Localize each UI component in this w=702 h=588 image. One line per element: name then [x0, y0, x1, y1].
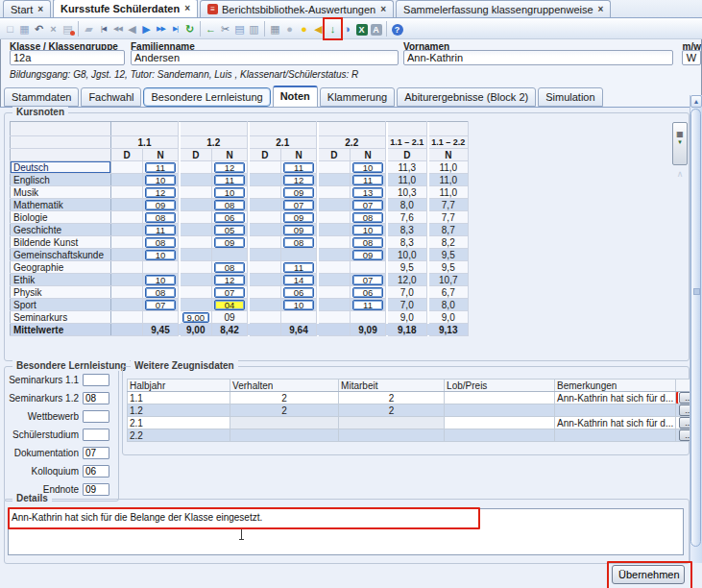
close-icon[interactable]: × [380, 5, 386, 14]
last-record-icon[interactable]: ▶| [168, 20, 182, 37]
bemerkungen-cell[interactable] [555, 404, 676, 417]
grade-cell[interactable]: 11 [351, 174, 386, 186]
doc-tab-sammelerfassung-klassengruppenweise[interactable]: Sammelerfassung klassengruppenweise× [396, 0, 611, 17]
column-chooser-button[interactable]: ▦ ▾ [672, 122, 688, 165]
fast-backward-icon[interactable]: ◀◀ [110, 20, 125, 37]
mitarbeit-cell[interactable] [339, 417, 445, 429]
grade-cell[interactable]: 08 [143, 211, 179, 224]
bemerkungen-cell[interactable] [555, 429, 676, 442]
database-icon[interactable]: ◑ [340, 20, 354, 37]
subject-cell[interactable]: Gemeinschaftskunde [11, 249, 111, 261]
tab-abiturergebnisse-block-2-[interactable]: Abiturergebnisse (Block 2) [397, 87, 536, 107]
grade-cell[interactable]: 11 [143, 161, 179, 174]
lob-preis-cell[interactable] [445, 417, 555, 429]
refresh-icon[interactable]: ↻ [182, 20, 197, 37]
print-preview-icon[interactable]: A [369, 20, 383, 37]
grade-cell[interactable]: 09 [143, 199, 179, 211]
grade-cell[interactable]: 09 [351, 249, 386, 261]
tab-stammdaten[interactable]: Stammdaten [4, 87, 79, 107]
grade-cell[interactable]: 09 [281, 224, 317, 236]
lightbulb-icon[interactable]: ● [297, 20, 311, 37]
mitarbeit-cell[interactable]: 2 [339, 404, 445, 417]
subject-cell[interactable]: Mathematik [11, 199, 111, 211]
close-icon[interactable]: × [37, 5, 43, 14]
next-record-icon[interactable]: ▶ [139, 20, 154, 37]
bemerkungen-cell[interactable]: Ann-Kathrin hat sich für d... [555, 417, 676, 429]
class-group-field[interactable] [10, 50, 125, 65]
doc-tab-start[interactable]: Start× [3, 0, 51, 17]
announce-icon[interactable]: ◀ [311, 20, 326, 37]
grade-cell[interactable]: 11 [351, 299, 386, 311]
grade-cell[interactable]: 07 [281, 199, 317, 211]
subject-cell[interactable]: Geschichte [11, 224, 111, 236]
grade-cell[interactable]: 07 [212, 286, 248, 299]
lob-preis-cell[interactable] [445, 392, 555, 404]
subject-cell[interactable]: Mittelwerte [11, 324, 111, 336]
copy-icon[interactable]: ▤ [232, 20, 247, 37]
grade-cell[interactable]: 06 [281, 286, 317, 299]
grade-cell[interactable]: 08 [351, 211, 386, 224]
bll-field-input[interactable] [83, 392, 109, 404]
grade-cell[interactable]: 09 [281, 211, 317, 224]
grade-cell[interactable]: 12 [281, 174, 317, 186]
mitarbeit-cell[interactable] [339, 429, 445, 442]
grade-cell[interactable]: 9,00 [181, 311, 212, 324]
grade-cell[interactable]: 08 [351, 236, 386, 249]
close-icon[interactable]: × [598, 5, 604, 14]
subject-cell[interactable]: Physik [11, 286, 111, 299]
doc-tab-berichtsbibliothek-auswertungen[interactable]: ≡Berichtsbibliothek-Auswertungen× [200, 0, 394, 17]
first-record-icon[interactable]: |◀ [96, 20, 110, 37]
subject-cell[interactable]: Musik [11, 186, 111, 199]
gender-field[interactable] [682, 50, 701, 65]
verhalten-cell[interactable]: 2 [230, 404, 339, 417]
tab-noten[interactable]: Noten [273, 86, 318, 108]
grade-cell[interactable]: 09 [281, 186, 317, 199]
grade-cell[interactable]: 06 [212, 211, 248, 224]
grade-cell[interactable]: 08 [212, 199, 248, 211]
grade-cell[interactable]: 13 [351, 186, 386, 199]
grade-cell[interactable]: 10 [351, 161, 386, 174]
verhalten-cell[interactable] [230, 417, 339, 429]
cut-icon[interactable]: ✂ [218, 20, 232, 37]
bll-field-input[interactable] [83, 465, 109, 478]
lob-preis-cell[interactable] [445, 429, 555, 442]
back-arrow-icon[interactable]: ← [204, 20, 218, 37]
details-textarea[interactable]: Ann-Kathrin hat sich für die Belange der… [8, 508, 684, 555]
grade-cell[interactable]: 04 [212, 299, 248, 311]
grade-cell[interactable]: 07 [351, 199, 386, 211]
verhalten-cell[interactable] [230, 429, 339, 442]
grade-cell[interactable]: 10 [143, 249, 179, 261]
grade-cell[interactable]: 09 [212, 236, 248, 249]
scrollbar-thumb[interactable] [690, 109, 701, 547]
grade-cell[interactable]: 08 [281, 236, 317, 249]
subject-cell[interactable]: Englisch [11, 174, 111, 186]
grade-cell[interactable]: 14 [281, 274, 317, 286]
tab-klammerung[interactable]: Klammerung [320, 87, 395, 107]
grade-cell[interactable]: 11 [281, 261, 317, 274]
save-icon[interactable]: ▦ [17, 20, 32, 37]
subject-cell[interactable]: Sport [11, 299, 111, 311]
tab-fachwahl[interactable]: Fachwahl [81, 87, 141, 107]
tab-simulation[interactable]: Simulation [538, 87, 602, 107]
tab-besondere-lernleistung[interactable]: Besondere Lernleistung [143, 87, 270, 107]
subject-cell[interactable]: Ethik [11, 274, 111, 286]
collect-grades-icon[interactable]: ↓ [326, 20, 340, 37]
grade-cell[interactable]: 12 [212, 161, 248, 174]
grade-cell[interactable]: 07 [143, 299, 179, 311]
record-icon[interactable]: ● [282, 20, 297, 37]
delete-record-icon[interactable]: × [46, 20, 61, 37]
edit-form-icon[interactable]: ▤ [61, 20, 75, 37]
bll-field-input[interactable] [83, 429, 109, 441]
subject-cell[interactable]: Geographie [11, 261, 111, 274]
previous-record-icon[interactable]: ◀ [125, 20, 139, 37]
subject-cell[interactable]: Bildende Kunst [11, 236, 111, 249]
grade-cell[interactable]: 05 [212, 224, 248, 236]
scrollbar-up-arrow[interactable]: ▲ [690, 95, 702, 108]
bemerkungen-cell[interactable]: Ann-Kathrin hat sich für d... [555, 392, 676, 404]
grade-cell[interactable]: 12 [143, 186, 179, 199]
grade-cell[interactable]: 12 [212, 274, 248, 286]
undo-icon[interactable]: ↶ [32, 20, 46, 37]
subject-cell[interactable]: Biologie [11, 211, 111, 224]
grade-cell[interactable]: 06 [351, 286, 386, 299]
first-name-field[interactable] [403, 50, 673, 65]
